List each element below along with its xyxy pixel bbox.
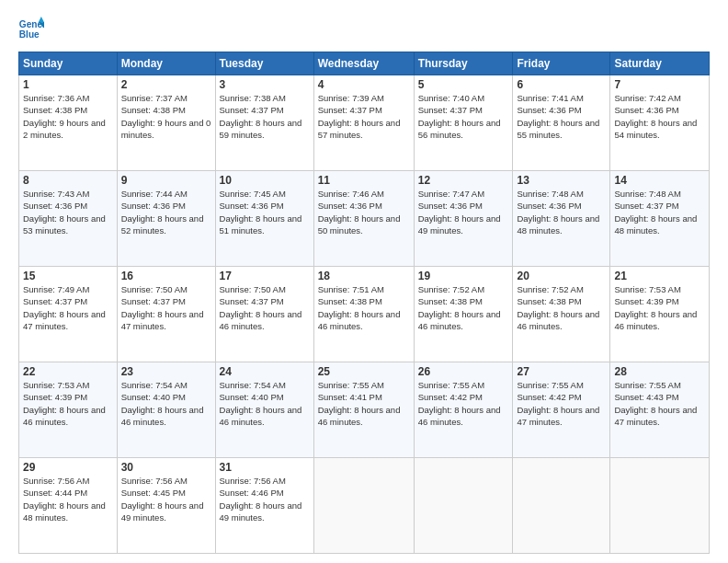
calendar-cell: 14Sunrise: 7:48 AMSunset: 4:37 PMDayligh…	[610, 171, 710, 267]
cell-content: Sunrise: 7:44 AMSunset: 4:36 PMDaylight:…	[121, 188, 211, 236]
day-number: 26	[418, 365, 509, 378]
day-header-wednesday: Wednesday	[313, 52, 414, 75]
day-number: 31	[220, 461, 310, 474]
day-number: 1	[23, 78, 113, 91]
cell-content: Sunrise: 7:52 AMSunset: 4:38 PMDaylight:…	[418, 283, 509, 332]
calendar-cell: 28Sunrise: 7:55 AMSunset: 4:43 PMDayligh…	[610, 362, 710, 458]
day-number: 23	[121, 365, 211, 378]
calendar-cell: 29Sunrise: 7:56 AMSunset: 4:44 PMDayligh…	[19, 458, 118, 554]
calendar-cell: 24Sunrise: 7:54 AMSunset: 4:40 PMDayligh…	[215, 362, 313, 458]
day-number: 24	[220, 365, 310, 378]
calendar-cell: 1Sunrise: 7:36 AMSunset: 4:38 PMDaylight…	[19, 75, 118, 171]
cell-content: Sunrise: 7:54 AMSunset: 4:40 PMDaylight:…	[220, 379, 310, 428]
cell-content: Sunrise: 7:55 AMSunset: 4:42 PMDaylight:…	[517, 379, 606, 428]
cell-content: Sunrise: 7:39 AMSunset: 4:37 PMDaylight:…	[318, 92, 410, 141]
calendar-cell: 26Sunrise: 7:55 AMSunset: 4:42 PMDayligh…	[414, 362, 513, 458]
week-row-1: 1Sunrise: 7:36 AMSunset: 4:38 PMDaylight…	[19, 75, 710, 171]
cell-content: Sunrise: 7:38 AMSunset: 4:37 PMDaylight:…	[220, 92, 310, 141]
header: General Blue	[18, 17, 710, 42]
cell-content: Sunrise: 7:48 AMSunset: 4:36 PMDaylight:…	[517, 188, 606, 236]
day-number: 29	[23, 461, 113, 474]
cell-content: Sunrise: 7:41 AMSunset: 4:36 PMDaylight:…	[517, 92, 606, 141]
day-header-friday: Friday	[513, 52, 610, 75]
calendar-cell: 13Sunrise: 7:48 AMSunset: 4:36 PMDayligh…	[513, 171, 610, 267]
calendar-cell: 9Sunrise: 7:44 AMSunset: 4:36 PMDaylight…	[117, 171, 215, 267]
day-number: 14	[614, 174, 705, 187]
day-number: 15	[23, 270, 113, 282]
day-header-sunday: Sunday	[19, 52, 118, 75]
day-number: 12	[418, 174, 509, 187]
cell-content: Sunrise: 7:56 AMSunset: 4:44 PMDaylight:…	[23, 475, 113, 523]
day-number: 18	[318, 270, 410, 282]
day-header-tuesday: Tuesday	[215, 52, 313, 75]
cell-content: Sunrise: 7:55 AMSunset: 4:41 PMDaylight:…	[318, 379, 410, 428]
calendar-cell: 19Sunrise: 7:52 AMSunset: 4:38 PMDayligh…	[414, 267, 513, 362]
calendar-cell: 21Sunrise: 7:53 AMSunset: 4:39 PMDayligh…	[610, 267, 710, 362]
day-number: 4	[318, 78, 410, 91]
calendar-cell: 10Sunrise: 7:45 AMSunset: 4:36 PMDayligh…	[215, 171, 313, 267]
calendar-body: 1Sunrise: 7:36 AMSunset: 4:38 PMDaylight…	[19, 75, 710, 554]
cell-content: Sunrise: 7:56 AMSunset: 4:46 PMDaylight:…	[220, 475, 310, 523]
svg-text:Blue: Blue	[19, 29, 40, 40]
calendar-cell: 17Sunrise: 7:50 AMSunset: 4:37 PMDayligh…	[215, 267, 313, 362]
day-number: 6	[517, 78, 606, 91]
day-number: 13	[517, 174, 606, 187]
cell-content: Sunrise: 7:53 AMSunset: 4:39 PMDaylight:…	[23, 379, 113, 428]
day-number: 8	[23, 174, 113, 187]
cell-content: Sunrise: 7:51 AMSunset: 4:38 PMDaylight:…	[318, 283, 410, 332]
week-row-2: 8Sunrise: 7:43 AMSunset: 4:36 PMDaylight…	[19, 171, 710, 267]
calendar-cell: 12Sunrise: 7:47 AMSunset: 4:36 PMDayligh…	[414, 171, 513, 267]
calendar-cell	[513, 458, 610, 554]
cell-content: Sunrise: 7:52 AMSunset: 4:38 PMDaylight:…	[517, 283, 606, 332]
calendar-cell: 4Sunrise: 7:39 AMSunset: 4:37 PMDaylight…	[313, 75, 414, 171]
day-header-monday: Monday	[117, 52, 215, 75]
calendar-page: General Blue SundayMondayTuesdayWednesda…	[0, 0, 728, 563]
cell-content: Sunrise: 7:45 AMSunset: 4:36 PMDaylight:…	[220, 188, 310, 236]
calendar-cell: 5Sunrise: 7:40 AMSunset: 4:37 PMDaylight…	[414, 75, 513, 171]
calendar-table: SundayMondayTuesdayWednesdayThursdayFrid…	[18, 52, 710, 554]
calendar-cell: 25Sunrise: 7:55 AMSunset: 4:41 PMDayligh…	[313, 362, 414, 458]
day-number: 22	[23, 365, 113, 378]
calendar-cell: 3Sunrise: 7:38 AMSunset: 4:37 PMDaylight…	[215, 75, 313, 171]
day-number: 17	[220, 270, 310, 282]
day-number: 9	[121, 174, 211, 187]
cell-content: Sunrise: 7:36 AMSunset: 4:38 PMDaylight:…	[23, 92, 113, 141]
calendar-cell: 31Sunrise: 7:56 AMSunset: 4:46 PMDayligh…	[215, 458, 313, 554]
cell-content: Sunrise: 7:42 AMSunset: 4:36 PMDaylight:…	[614, 92, 705, 141]
calendar-cell: 27Sunrise: 7:55 AMSunset: 4:42 PMDayligh…	[513, 362, 610, 458]
header-row: SundayMondayTuesdayWednesdayThursdayFrid…	[19, 52, 710, 75]
cell-content: Sunrise: 7:55 AMSunset: 4:42 PMDaylight:…	[418, 379, 509, 428]
week-row-4: 22Sunrise: 7:53 AMSunset: 4:39 PMDayligh…	[19, 362, 710, 458]
day-number: 3	[220, 78, 310, 91]
calendar-cell: 30Sunrise: 7:56 AMSunset: 4:45 PMDayligh…	[117, 458, 215, 554]
day-number: 21	[614, 270, 705, 282]
cell-content: Sunrise: 7:46 AMSunset: 4:36 PMDaylight:…	[318, 188, 410, 236]
calendar-cell: 22Sunrise: 7:53 AMSunset: 4:39 PMDayligh…	[19, 362, 118, 458]
calendar-cell: 16Sunrise: 7:50 AMSunset: 4:37 PMDayligh…	[117, 267, 215, 362]
cell-content: Sunrise: 7:49 AMSunset: 4:37 PMDaylight:…	[23, 283, 113, 332]
week-row-5: 29Sunrise: 7:56 AMSunset: 4:44 PMDayligh…	[19, 458, 710, 554]
calendar-cell	[313, 458, 414, 554]
cell-content: Sunrise: 7:48 AMSunset: 4:37 PMDaylight:…	[614, 188, 705, 236]
cell-content: Sunrise: 7:53 AMSunset: 4:39 PMDaylight:…	[614, 283, 705, 332]
calendar-cell: 11Sunrise: 7:46 AMSunset: 4:36 PMDayligh…	[313, 171, 414, 267]
cell-content: Sunrise: 7:50 AMSunset: 4:37 PMDaylight:…	[220, 283, 310, 332]
calendar-cell: 6Sunrise: 7:41 AMSunset: 4:36 PMDaylight…	[513, 75, 610, 171]
day-number: 30	[121, 461, 211, 474]
calendar-cell: 2Sunrise: 7:37 AMSunset: 4:38 PMDaylight…	[117, 75, 215, 171]
calendar-cell: 15Sunrise: 7:49 AMSunset: 4:37 PMDayligh…	[19, 267, 118, 362]
day-number: 10	[220, 174, 310, 187]
calendar-cell	[610, 458, 710, 554]
cell-content: Sunrise: 7:55 AMSunset: 4:43 PMDaylight:…	[614, 379, 705, 428]
day-number: 19	[418, 270, 509, 282]
day-number: 27	[517, 365, 606, 378]
calendar-cell: 20Sunrise: 7:52 AMSunset: 4:38 PMDayligh…	[513, 267, 610, 362]
day-number: 25	[318, 365, 410, 378]
cell-content: Sunrise: 7:40 AMSunset: 4:37 PMDaylight:…	[418, 92, 509, 141]
cell-content: Sunrise: 7:54 AMSunset: 4:40 PMDaylight:…	[121, 379, 211, 428]
logo-icon: General Blue	[18, 17, 44, 42]
calendar-cell	[414, 458, 513, 554]
day-number: 7	[614, 78, 705, 91]
week-row-3: 15Sunrise: 7:49 AMSunset: 4:37 PMDayligh…	[19, 267, 710, 362]
calendar-cell: 23Sunrise: 7:54 AMSunset: 4:40 PMDayligh…	[117, 362, 215, 458]
